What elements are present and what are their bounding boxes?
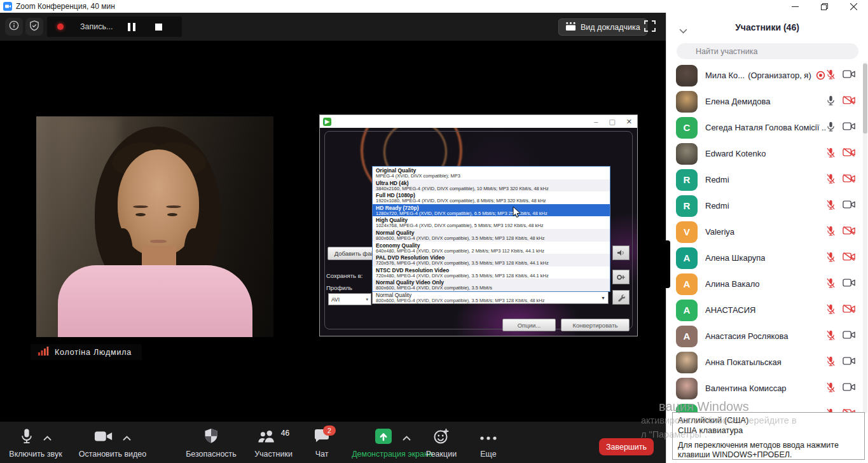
participant-name: Redmi — [705, 175, 729, 184]
options-button[interactable]: Опции... — [502, 319, 556, 331]
quality-option[interactable]: Normal Quality Video Only800x600, MPEG-4… — [373, 279, 610, 291]
camera-off-icon — [843, 148, 855, 160]
stop-icon — [155, 24, 162, 31]
camera-off-icon — [843, 174, 855, 186]
encryption-button[interactable] — [25, 18, 43, 36]
participant-row[interactable]: Елена Демидова — [666, 88, 868, 114]
participant-row[interactable]: AАлена Шкарупа — [666, 245, 868, 271]
shared-screen-converter-window: ▶ – ▢ ✕ Добавить файл Сохранять в: Профи… — [320, 115, 637, 336]
info-icon — [9, 20, 19, 33]
participant-avatar: R — [676, 169, 698, 191]
quality-option[interactable]: Ultra HD (4k)3840x2160, MPEG-4 (XVID, DI… — [373, 179, 610, 192]
camera-on-icon — [843, 330, 855, 342]
toolbar-item-participants[interactable]: 46Участники — [243, 427, 304, 462]
search-participant-input[interactable] — [677, 43, 858, 59]
audio-settings-button[interactable] — [612, 245, 630, 260]
minimize-button[interactable] — [780, 0, 809, 13]
participant-row[interactable]: RRedmi — [666, 167, 868, 193]
quality-option[interactable]: Normal Quality800x600, MPEG-4 (XVID, DIV… — [373, 229, 610, 242]
toolbar-item-security[interactable]: Безопасность — [170, 427, 252, 462]
participant-avatar: V — [676, 221, 698, 243]
camera-on-icon — [843, 278, 855, 290]
end-meeting-button[interactable]: Завершить — [599, 438, 654, 455]
participant-row[interactable]: CСегеда Наталя Голова Комісії ... — [666, 114, 868, 141]
chevron-up-icon[interactable] — [123, 432, 131, 443]
pause-recording-button[interactable] — [124, 19, 139, 34]
toolbar-item-unmute[interactable]: Включить звук — [0, 427, 71, 462]
people-icon — [258, 429, 277, 446]
mic-muted-icon — [826, 303, 836, 317]
meeting-controls-bar: Завершить Включить звукОстановить видеоБ… — [0, 422, 666, 463]
participant-avatar: A — [676, 326, 698, 347]
quality-option[interactable]: Full HD (1080p)1920x1080, MPEG-4 (XVID, … — [373, 191, 610, 204]
meeting-stage: Колотіна Людмила ▶ – ▢ ✕ Добавить файл С… — [0, 41, 666, 422]
converter-app-icon: ▶ — [323, 118, 331, 126]
quality-option[interactable]: NTSC DVD Resolution Video720x480, MPEG-4… — [373, 266, 610, 279]
toolbar-item-more[interactable]: Еще — [468, 427, 509, 462]
convert-button[interactable]: Конвертировать — [561, 319, 630, 331]
fullscreen-button[interactable] — [644, 20, 656, 35]
participants-title: Участники (46) — [666, 13, 868, 32]
participant-row[interactable]: Edward Kotenko — [666, 141, 868, 167]
camera-on-icon — [843, 121, 855, 134]
scrollbar-thumb[interactable] — [863, 64, 867, 134]
fullscreen-icon — [644, 24, 656, 34]
mic-muted-icon — [826, 173, 836, 187]
toolbar-label: Включить звук — [0, 450, 71, 459]
scrollbar-track[interactable] — [863, 62, 867, 413]
record-dot-icon — [57, 24, 64, 30]
toolbar-item-stop-video[interactable]: Остановить видео — [71, 427, 154, 462]
language-name: Английский (США) — [678, 415, 859, 425]
tools-button[interactable] — [612, 290, 630, 305]
toolbar-item-reactions[interactable]: Реакции — [415, 427, 468, 462]
mic-muted-icon — [826, 225, 836, 239]
panel-drag-handle[interactable] — [666, 240, 670, 288]
connect-device-button[interactable] — [612, 270, 630, 284]
participants-count: 46 — [281, 429, 289, 438]
participant-row[interactable]: Анна Покатыльская — [666, 349, 868, 375]
chevron-up-icon[interactable] — [43, 432, 52, 443]
profile-combobox[interactable]: Normal Quality 800x600, MPEG-4 (XVID, DI… — [372, 291, 609, 304]
participant-name: Анастасия Рослякова — [705, 331, 789, 341]
pause-icon — [128, 23, 135, 31]
participants-list: Мила Ко...(Организатор, я)Елена Демидова… — [666, 62, 868, 463]
dropdown-arrow-icon: ▼ — [601, 296, 605, 300]
recording-label: Запись... — [80, 22, 113, 31]
stop-recording-button[interactable] — [151, 19, 166, 34]
zoom-meeting-window: Zoom Конференция, 40 мин Запись... Вид д… — [0, 0, 868, 463]
converter-minimize-button[interactable]: – — [594, 118, 598, 125]
participant-row[interactable]: AАлина Вакало — [666, 271, 868, 297]
toolbar-item-chat[interactable]: 2Чат — [304, 427, 340, 462]
participant-avatar: A — [676, 247, 698, 269]
participant-row[interactable]: AАнастасия Рослякова — [666, 323, 868, 349]
quality-option[interactable]: Original QualityMPEG-4 (XVID, DIVX compa… — [373, 167, 610, 179]
participant-row[interactable]: Мила Ко...(Организатор, я) — [666, 62, 868, 88]
participant-row[interactable]: AАНАСТАСИЯ — [666, 297, 868, 323]
mouse-cursor — [513, 206, 521, 221]
converter-maximize-button[interactable]: ▢ — [609, 118, 615, 126]
mic-muted-icon — [826, 382, 836, 396]
meeting-info-button[interactable] — [5, 18, 23, 36]
speaker-view-icon — [565, 22, 576, 33]
share-screen-icon — [374, 427, 393, 448]
quality-option[interactable]: PAL DVD Resolution Video720x576, MPEG-4 … — [373, 254, 610, 266]
participant-name: Edward Kotenko — [705, 149, 766, 158]
participant-row[interactable]: VValeriya — [666, 219, 868, 245]
format-select[interactable]: AVI▾ — [328, 293, 371, 305]
chevron-up-icon[interactable] — [403, 432, 411, 443]
participant-row[interactable]: Валентина Комиссар — [666, 375, 868, 401]
restore-button[interactable] — [809, 0, 839, 13]
camera-off-icon — [843, 252, 855, 264]
quality-option[interactable]: Economy Quality640x480, MPEG-4 (XVID, DI… — [373, 242, 610, 254]
speaker-view-button[interactable]: Вид докладчика — [558, 18, 647, 36]
recording-indicator-icon — [816, 71, 825, 80]
participant-row[interactable]: RRedmi — [666, 193, 868, 219]
panel-collapse-button[interactable] — [679, 25, 687, 36]
input-language-tooltip: Английский (США) США клавиатура Для пере… — [672, 412, 865, 460]
close-button[interactable] — [839, 0, 868, 13]
reactions-icon — [433, 428, 450, 447]
toolbar-label: Еще — [468, 450, 509, 459]
quality-option[interactable]: HD Ready (720p)1280x720, MPEG-4 (XVID, D… — [373, 204, 610, 217]
quality-option[interactable]: High Quality1024x768, MPEG-4 (XVID, DIVX… — [373, 216, 610, 229]
converter-close-button[interactable]: ✕ — [626, 118, 632, 126]
